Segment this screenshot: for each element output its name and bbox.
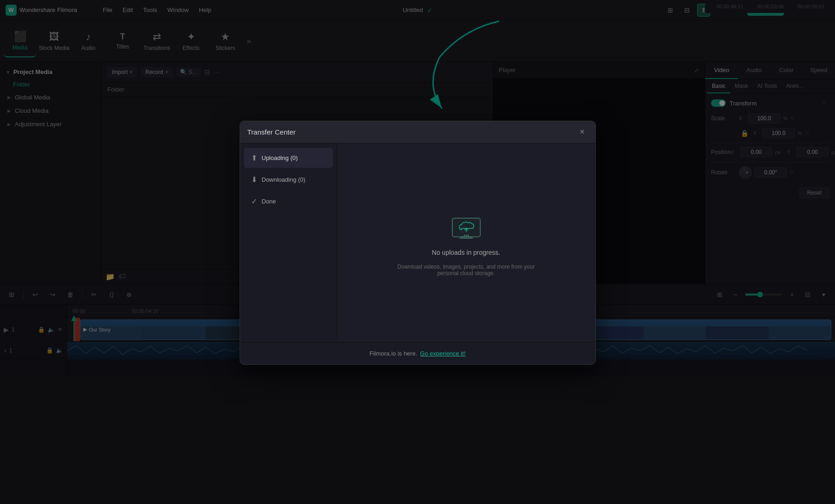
svg-point-6 [465, 235, 467, 236]
downloading-tab-label: Downloading (0) [262, 176, 306, 183]
modal-title-bar: Transfer Center × [240, 121, 595, 143]
modal-content: No uploads in progress. Download videos,… [337, 143, 595, 342]
upload-icon-area: No uploads in progress. Download videos,… [397, 209, 536, 277]
modal-sidebar: ⬆ Uploading (0) ⬇ Downloading (0) ✓ Done [240, 143, 337, 342]
modal-footer: Filmora.io is here. Go experience it! [240, 342, 595, 364]
modal-title: Transfer Center [247, 128, 296, 136]
upload-tab-icon: ⬆ [251, 154, 257, 162]
modal-overlay[interactable]: Transfer Center × ⬆ Uploading (0) ⬇ Down… [0, 0, 835, 504]
svg-rect-1 [452, 218, 480, 237]
cloud-upload-icon [448, 209, 485, 241]
filmora-io-link[interactable]: Go experience it! [420, 350, 465, 357]
done-tab-icon: ✓ [251, 197, 257, 206]
modal-body: ⬆ Uploading (0) ⬇ Downloading (0) ✓ Done [240, 143, 595, 342]
svg-point-7 [467, 235, 469, 236]
transfer-center-modal: Transfer Center × ⬆ Uploading (0) ⬇ Down… [240, 121, 596, 365]
footer-text: Filmora.io is here. [370, 350, 417, 357]
uploading-tab-label: Uploading (0) [262, 154, 298, 161]
modal-tab-uploading[interactable]: ⬆ Uploading (0) [244, 148, 333, 168]
done-tab-label: Done [262, 198, 276, 205]
svg-point-5 [464, 235, 465, 236]
modal-close-button[interactable]: × [577, 127, 588, 138]
no-uploads-text: No uploads in progress. [432, 249, 501, 256]
modal-tab-done[interactable]: ✓ Done [244, 191, 333, 211]
download-tab-icon: ⬇ [251, 175, 257, 184]
modal-tab-downloading[interactable]: ⬇ Downloading (0) [244, 170, 333, 190]
no-uploads-sub: Download videos, images, projects, and m… [397, 264, 536, 277]
